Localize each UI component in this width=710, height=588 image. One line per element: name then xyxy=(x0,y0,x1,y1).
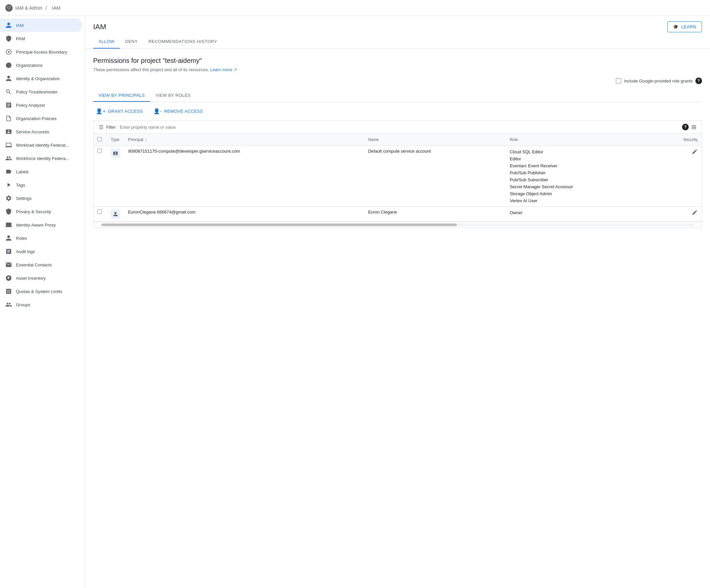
tab-allow[interactable]: ALLOW xyxy=(93,35,120,49)
column-selector-icon[interactable]: ⊞ xyxy=(691,123,696,131)
remove-access-button[interactable]: 👤- REMOVE ACCESS xyxy=(151,106,206,116)
workforce-identity-fed-icon xyxy=(5,155,12,162)
role-item: Editor xyxy=(510,156,644,162)
asset-inventory-icon xyxy=(5,275,12,281)
sidebar-item-principal-access-boundary[interactable]: Principal Access Boundary xyxy=(0,45,82,58)
filter-help-icon[interactable]: ? xyxy=(682,124,689,130)
organizations-icon xyxy=(5,62,12,69)
sidebar-item-label-quotas-limits: Quotas & System Limits xyxy=(16,289,62,294)
sidebar-item-workforce-identity-fed[interactable]: Workforce Identity Federa... xyxy=(0,152,82,165)
sidebar-item-asset-inventory[interactable]: Asset Inventory xyxy=(0,271,82,285)
sidebar-item-label-labels: Labels xyxy=(16,169,29,174)
sidebar-item-label-asset-inventory: Asset Inventory xyxy=(16,276,46,281)
filter-input[interactable] xyxy=(120,125,679,130)
sidebar-item-organizations[interactable]: Organizations xyxy=(0,58,82,72)
row-checkbox[interactable] xyxy=(97,210,102,214)
sidebar-item-policy-analyzer[interactable]: Policy Analyzer xyxy=(0,98,82,112)
role-item: Owner xyxy=(510,210,644,216)
sidebar-item-essential-contacts[interactable]: Essential Contacts xyxy=(0,258,82,271)
sidebar-item-settings[interactable]: Settings xyxy=(0,192,82,205)
sidebar-item-label-organizations: Organizations xyxy=(16,63,43,68)
learn-more-text: Learn more xyxy=(210,67,232,72)
sidebar-item-label-audit-logs: Audit logs xyxy=(16,249,35,254)
sidebar-item-label-iam: IAM xyxy=(16,23,24,28)
table-header: Type Principal ↑ Name Role Security xyxy=(94,134,702,146)
scrollbar-track xyxy=(101,223,694,226)
row-roles: Cloud SQL EditorEditorEventarc Event Rec… xyxy=(506,146,648,207)
sidebar-item-label-groups: Groups xyxy=(16,302,30,307)
sidebar-item-label-roles: Roles xyxy=(16,236,27,241)
remove-access-label: REMOVE ACCESS xyxy=(164,109,203,114)
sort-asc-icon: ↑ xyxy=(145,137,147,142)
sidebar-item-workload-identity-fed[interactable]: Workload Identity Federat... xyxy=(0,138,82,152)
scrollbar-thumb xyxy=(101,223,457,226)
edit-icon[interactable] xyxy=(692,150,698,156)
sidebar-item-labels[interactable]: Labels xyxy=(0,165,82,178)
filter-label: Filter xyxy=(106,125,116,130)
tab-recommendations[interactable]: RECOMMENDATIONS HISTORY xyxy=(143,35,222,49)
sidebar-item-tags[interactable]: Tags xyxy=(0,178,82,192)
sidebar-item-pam[interactable]: PAM xyxy=(0,32,82,45)
remove-access-icon: 👤- xyxy=(153,108,162,115)
learn-icon: 🎓 xyxy=(673,24,679,29)
th-security: Security xyxy=(648,134,702,146)
sidebar-item-label-essential-contacts: Essential Contacts xyxy=(16,263,52,267)
view-tabs: VIEW BY PRINCIPALSVIEW BY ROLES xyxy=(93,90,702,102)
th-principal[interactable]: Principal ↑ xyxy=(124,134,364,146)
table-row: EuronClegane.666674@gmail.comEuron Clega… xyxy=(94,207,702,222)
tab-deny[interactable]: DENY xyxy=(120,35,143,49)
permissions-desc: These permissions affect this project an… xyxy=(93,67,702,72)
learn-button-label: LEARN xyxy=(681,24,696,29)
essential-contacts-icon xyxy=(5,262,12,268)
table-row: 908087151170-compute@developer.gservicea… xyxy=(94,146,702,207)
content-area: Permissions for project "test-aidemy" Th… xyxy=(85,49,710,236)
sidebar-item-identity-organization[interactable]: Identity & Organization xyxy=(0,72,82,85)
sidebar-item-policy-troubleshooter[interactable]: Policy Troubleshooter xyxy=(0,85,82,98)
sidebar-item-label-workforce-identity-fed: Workforce Identity Federa... xyxy=(16,156,69,161)
action-row: 👤+ GRANT ACCESS 👤- REMOVE ACCESS xyxy=(93,102,702,120)
role-item: Vertex AI User xyxy=(510,198,644,204)
sidebar-item-iam[interactable]: IAM xyxy=(0,19,82,32)
filter-row: ☰ Filter ? ⊞ xyxy=(94,121,702,134)
google-role-checkbox[interactable] xyxy=(616,78,621,83)
sidebar-item-label-identity-organization: Identity & Organization xyxy=(16,76,60,81)
grant-access-button[interactable]: 👤+ GRANT ACCESS xyxy=(93,106,145,116)
main-content: IAM 🎓 LEARN ALLOWDENYRECOMMENDATIONS HIS… xyxy=(85,16,710,588)
row-principal: EuronClegane.666674@gmail.com xyxy=(124,207,364,222)
sidebar-item-organization-policies[interactable]: Organization Policies xyxy=(0,112,82,125)
th-checkbox xyxy=(94,134,107,146)
sidebar-item-quotas-limits[interactable]: Quotas & System Limits xyxy=(0,285,82,298)
edit-icon[interactable] xyxy=(692,211,698,217)
google-role-help-icon[interactable]: ? xyxy=(695,77,702,84)
sidebar-item-audit-logs[interactable]: Audit logs xyxy=(0,245,82,258)
row-type-cell xyxy=(107,207,124,222)
iam-table-container: ☰ Filter ? ⊞ Type xyxy=(93,120,702,228)
roles-icon xyxy=(5,235,12,242)
main-tabs: ALLOWDENYRECOMMENDATIONS HISTORY xyxy=(85,35,710,49)
learn-button[interactable]: 🎓 LEARN xyxy=(667,21,702,32)
pam-icon xyxy=(5,35,12,42)
sidebar-item-label-privacy-security: Privacy & Security xyxy=(16,209,51,214)
workload-identity-fed-icon xyxy=(5,142,12,148)
select-all-checkbox[interactable] xyxy=(97,137,102,141)
svg-point-1 xyxy=(8,51,10,53)
sidebar-item-roles[interactable]: Roles xyxy=(0,231,82,245)
breadcrumb-root[interactable]: IAM & Admin xyxy=(15,5,42,10)
sidebar-item-groups[interactable]: Groups xyxy=(0,298,82,311)
sidebar-item-identity-aware-proxy[interactable]: Identity-Aware Proxy xyxy=(0,218,82,231)
identity-aware-proxy-icon xyxy=(5,221,12,228)
learn-more-link[interactable]: Learn more ↗ xyxy=(210,67,237,72)
row-checkbox[interactable] xyxy=(97,149,102,153)
labels-icon xyxy=(5,168,12,175)
row-principal: 908087151170-compute@developer.gservicea… xyxy=(124,146,364,207)
view-tab-by-roles[interactable]: VIEW BY ROLES xyxy=(150,90,196,102)
role-item: Pub/Sub Subscriber xyxy=(510,177,644,183)
horizontal-scrollbar[interactable] xyxy=(94,222,702,227)
sidebar-item-privacy-security[interactable]: Privacy & Security xyxy=(0,205,82,218)
row-checkbox-cell xyxy=(94,146,107,207)
row-type-cell xyxy=(107,146,124,207)
sidebar-item-label-pam: PAM xyxy=(16,36,25,41)
sidebar-item-service-accounts[interactable]: Service Accounts xyxy=(0,125,82,138)
sidebar-item-label-settings: Settings xyxy=(16,196,31,201)
view-tab-by-principals[interactable]: VIEW BY PRINCIPALS xyxy=(93,90,150,102)
